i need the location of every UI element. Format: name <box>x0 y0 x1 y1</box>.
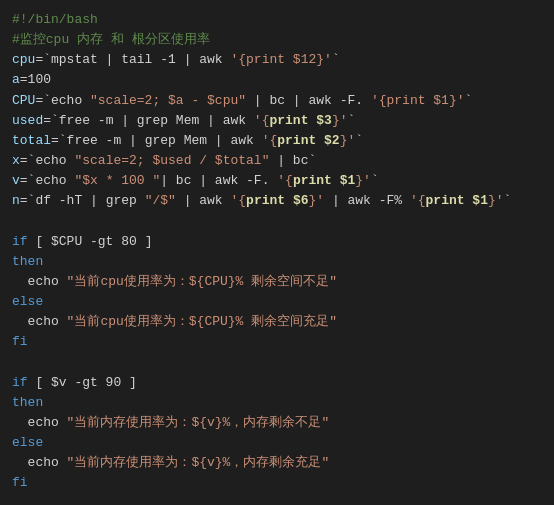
code-line: used=`free -m | grep Mem | awk '{print $… <box>12 113 355 128</box>
code-line: total=`free -m | grep Mem | awk '{print … <box>12 133 363 148</box>
code-editor: #!/bin/bash #监控cpu 内存 和 根分区使用率 cpu=`mpst… <box>0 0 554 505</box>
code-line: cpu=`mpstat | tail -1 | awk '{print $12}… <box>12 52 340 67</box>
code-line: a=100 <box>12 72 51 87</box>
shebang-line: #!/bin/bash <box>12 12 98 27</box>
code-line: if [ $CPU -gt 80 ] <box>12 234 152 249</box>
code-line: fi <box>12 334 28 349</box>
code-line: v=`echo "$x * 100 "| bc | awk -F. '{prin… <box>12 173 379 188</box>
code-line: CPU=`echo "scale=2; $a - $cpu" | bc | aw… <box>12 93 472 108</box>
code-line: x=`echo "scale=2; $used / $total" | bc` <box>12 153 316 168</box>
comment-line: #监控cpu 内存 和 根分区使用率 <box>12 32 210 47</box>
code-line: fi <box>12 475 28 490</box>
code-line: else echo "当前cpu使用率为：${CPU}% 剩余空间充足" <box>12 294 337 329</box>
code-line: n=`df -hT | grep "/$" | awk '{print $6}'… <box>12 193 511 208</box>
code-line: else echo "当前内存使用率为：${v}%，内存剩余充足" <box>12 435 329 470</box>
code-line: then echo "当前cpu使用率为：${CPU}% 剩余空间不足" <box>12 254 337 289</box>
code-line: then echo "当前内存使用率为：${v}%，内存剩余不足" <box>12 395 329 430</box>
code-line: if [ $v -gt 90 ] <box>12 375 137 390</box>
